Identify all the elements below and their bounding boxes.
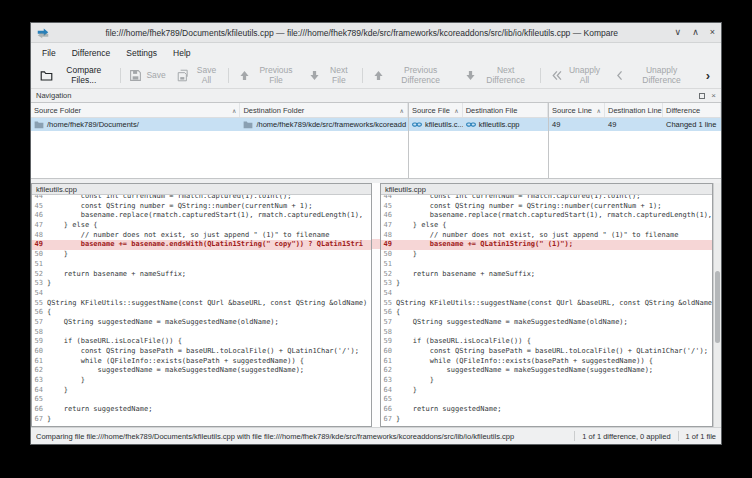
header-destination-folder[interactable]: Destination Folder ∧ <box>240 103 408 117</box>
menu-difference[interactable]: Difference <box>64 46 119 60</box>
code-line-54[interactable]: 54 <box>381 289 712 299</box>
navigation-dock-titlebar[interactable]: Navigation × <box>31 89 721 102</box>
destination-pane-body[interactable]: 44 const int currentNum = rmatch.capture… <box>381 195 712 426</box>
unapply-all-button[interactable]: Unapply All <box>545 62 608 88</box>
code-line-62[interactable]: 62 suggestedName = makeSuggestedName(sug… <box>381 366 712 376</box>
code-line-60[interactable]: 60 const QString basePath = baseURL.toLo… <box>381 347 712 357</box>
line-number: 67 <box>32 415 47 425</box>
code-line-59[interactable]: 59 if (baseURL.isLocalFile()) { <box>381 337 712 347</box>
line-text: QString KFileUtils::suggestName(const QU… <box>47 299 371 309</box>
code-line-50[interactable]: 50 } <box>381 250 712 260</box>
code-line-55[interactable]: 55QString KFileUtils::suggestName(const … <box>381 299 712 309</box>
save-all-button[interactable]: Save All <box>172 62 224 88</box>
nav-folder-row[interactable]: /home/fhek789/Documents/ /home/fhek789/k… <box>31 118 408 131</box>
line-number: 66 <box>381 405 396 415</box>
code-line-66[interactable]: 66 return suggestedName; <box>381 405 712 415</box>
code-line-52[interactable]: 52 return basename + nameSuffix; <box>32 270 371 280</box>
header-destination-line[interactable]: Destination Line <box>605 103 663 117</box>
code-line-49[interactable]: 49 basename += QLatin1String(" (1)"); <box>381 240 712 250</box>
source-line-cell: 49 <box>549 118 605 131</box>
previous-file-button[interactable]: Previous File <box>233 62 302 88</box>
code-line-67[interactable]: 67} <box>32 415 371 425</box>
line-text: } else { <box>47 221 371 231</box>
code-line-51[interactable]: 51 <box>381 260 712 270</box>
code-line-61[interactable]: 61 while (QFileInfo::exists(basePath + s… <box>381 357 712 367</box>
code-line-55[interactable]: 55QString KFileUtils::suggestName(const … <box>32 299 371 309</box>
code-line-59[interactable]: 59 if (baseURL.isLocalFile()) { <box>32 337 371 347</box>
code-line-65[interactable]: 65 <box>32 395 371 405</box>
close-dock-icon[interactable]: × <box>711 92 716 100</box>
code-line-54[interactable]: 54 <box>32 289 371 299</box>
source-pane[interactable]: kfileutils.cpp 44 const int currentNum =… <box>31 183 372 427</box>
maximize-button[interactable]: ∧ <box>692 28 699 37</box>
code-line-48[interactable]: 48 // number does not exist, so just app… <box>32 231 371 241</box>
code-line-47[interactable]: 47 } else { <box>381 221 712 231</box>
float-dock-icon[interactable] <box>699 93 705 99</box>
unapply-difference-button[interactable]: Unapply Difference <box>608 62 697 88</box>
code-line-58[interactable]: 58 <box>32 328 371 338</box>
code-line-49[interactable]: 49 basename += basename.endsWith(QLatin1… <box>32 240 371 250</box>
code-line-62[interactable]: 62 suggestedName = makeSuggestedName(sug… <box>32 366 371 376</box>
code-line-58[interactable]: 58 <box>381 328 712 338</box>
code-line-44[interactable]: 44 const int currentNum = rmatch.capture… <box>32 195 371 202</box>
code-line-65[interactable]: 65 <box>381 395 712 405</box>
code-line-52[interactable]: 52 return basename + nameSuffix; <box>381 270 712 280</box>
menu-settings[interactable]: Settings <box>118 46 165 60</box>
source-pane-body[interactable]: 44 const int currentNum = rmatch.capture… <box>32 195 371 426</box>
scrollbar-thumb[interactable] <box>715 271 720 343</box>
code-line-44[interactable]: 44 const int currentNum = rmatch.capture… <box>381 195 712 202</box>
code-line-46[interactable]: 46 basename.replace(rmatch.capturedStart… <box>32 211 371 221</box>
line-text <box>47 289 371 299</box>
line-number: 55 <box>381 299 396 309</box>
code-line-56[interactable]: 56{ <box>32 308 371 318</box>
code-line-47[interactable]: 47 } else { <box>32 221 371 231</box>
code-line-51[interactable]: 51 <box>32 260 371 270</box>
header-source-file[interactable]: Source File ∧ <box>409 103 463 117</box>
compare-files-button[interactable]: Compare Files... <box>35 62 116 88</box>
minimize-button[interactable]: ∨ <box>675 28 682 37</box>
next-file-label: Next File <box>325 65 353 85</box>
menu-file[interactable]: File <box>34 46 64 60</box>
toolbar-overflow-button[interactable]: › <box>699 68 717 83</box>
code-line-60[interactable]: 60 const QString basePath = baseURL.toLo… <box>32 347 371 357</box>
code-line-48[interactable]: 48 // number does not exist, so just app… <box>381 231 712 241</box>
code-line-56[interactable]: 56{ <box>381 308 712 318</box>
statusbar: Comparing file file:///home/fhek789/Docu… <box>31 427 721 444</box>
header-source-line[interactable]: Source Line ∧ <box>549 103 605 117</box>
next-file-button[interactable]: Next File <box>303 62 358 88</box>
destination-pane[interactable]: kfileutils.cpp 44 const int currentNum =… <box>380 183 713 427</box>
header-destination-file[interactable]: Destination File <box>463 103 548 117</box>
titlebar[interactable]: file:///home/fhek789/Documents/kfileutil… <box>31 23 721 43</box>
next-difference-button[interactable]: Next Difference <box>459 62 536 88</box>
nav-file-row[interactable]: kfileutils.c... kfileutils.cpp <box>409 118 548 131</box>
next-difference-label: Next Difference <box>481 65 531 85</box>
code-line-45[interactable]: 45 const QString number = QString::numbe… <box>381 202 712 212</box>
vertical-scrollbar[interactable] <box>713 183 721 427</box>
menu-help[interactable]: Help <box>165 46 198 60</box>
code-line-66[interactable]: 66 return suggestedName; <box>32 405 371 415</box>
source-code: 44 const int currentNum = rmatch.capture… <box>32 195 371 425</box>
code-line-45[interactable]: 45 const QString number = QString::numbe… <box>32 202 371 212</box>
line-number: 54 <box>32 289 47 299</box>
save-button[interactable]: Save <box>124 66 170 85</box>
code-line-64[interactable]: 64 } <box>381 386 712 396</box>
header-difference[interactable]: Difference <box>663 103 721 117</box>
nav-difference-row[interactable]: 49 49 Changed 1 line <box>549 118 721 131</box>
code-line-63[interactable]: 63 } <box>381 376 712 386</box>
code-line-64[interactable]: 64 } <box>32 386 371 396</box>
line-number: 59 <box>32 337 47 347</box>
code-line-50[interactable]: 50 } <box>32 250 371 260</box>
code-line-57[interactable]: 57 QString suggestedName = makeSuggested… <box>381 318 712 328</box>
code-line-61[interactable]: 61 while (QFileInfo::exists(basePath + s… <box>32 357 371 367</box>
difference-summary: Changed 1 line <box>666 120 716 129</box>
code-line-57[interactable]: 57 QString suggestedName = makeSuggested… <box>32 318 371 328</box>
code-line-53[interactable]: 53} <box>381 279 712 289</box>
previous-difference-button[interactable]: Previous Difference <box>367 62 458 88</box>
code-line-53[interactable]: 53} <box>32 279 371 289</box>
close-button[interactable]: × <box>710 28 715 37</box>
line-text <box>396 328 712 338</box>
code-line-46[interactable]: 46 basename.replace(rmatch.capturedStart… <box>381 211 712 221</box>
code-line-63[interactable]: 63 } <box>32 376 371 386</box>
header-source-folder[interactable]: Source Folder ∧ <box>31 103 240 117</box>
code-line-67[interactable]: 67} <box>381 415 712 425</box>
